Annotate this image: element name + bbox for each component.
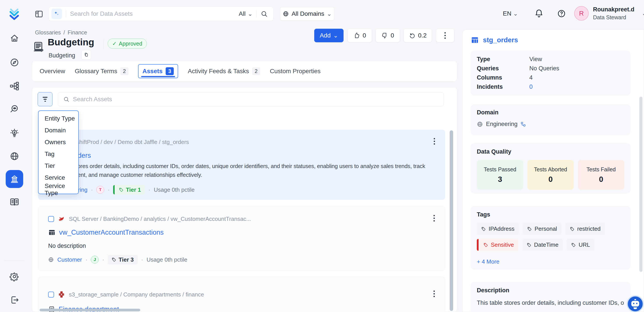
tag-personal[interactable]: Personal <box>523 223 562 235</box>
asset-kebab-menu[interactable] <box>432 214 436 223</box>
add-button[interactable]: Add ⌄ <box>314 29 344 42</box>
assets-scrollbar-vertical[interactable] <box>450 130 453 311</box>
asset-checkbox[interactable] <box>48 216 54 222</box>
tab-activity-feeds[interactable]: Activity Feeds & Tasks 2 <box>188 67 260 75</box>
notifications-bell-icon[interactable] <box>534 9 544 18</box>
ai-sparkles-icon[interactable] <box>52 9 62 19</box>
asset-name-link[interactable]: vw_CustomerAccountTransactions <box>59 229 164 236</box>
domain-value-link[interactable]: Engineering <box>486 121 518 127</box>
help-icon[interactable] <box>557 9 566 18</box>
asset-description: This table stores order details, includi… <box>48 162 435 180</box>
global-search-input[interactable] <box>70 10 235 17</box>
menu-item-owners[interactable]: Owners <box>38 136 78 148</box>
tier-badge[interactable]: Tier 1 <box>113 185 145 195</box>
incidents-link[interactable]: 0 <box>529 83 532 90</box>
sidebar-toggle-icon[interactable] <box>34 10 43 19</box>
menu-item-tier[interactable]: Tier <box>38 160 78 172</box>
status-badge[interactable]: ✓ Approved <box>108 39 147 49</box>
home-icon[interactable] <box>10 34 19 43</box>
assets-scrollbar-horizontal[interactable] <box>40 309 140 311</box>
tags-more-link[interactable]: + 4 More <box>477 258 624 265</box>
tab-assets-active[interactable]: Assets 3 <box>138 64 178 78</box>
docs-book-icon[interactable] <box>10 197 19 207</box>
data-quality-heading: Data Quality <box>477 148 624 155</box>
asset-card-vw-customer[interactable]: SQL Server / BankingDemo / analytics / v… <box>38 206 445 271</box>
discovery-icon[interactable] <box>10 104 19 114</box>
page-kebab-menu[interactable] <box>436 29 454 42</box>
domains-globe-icon[interactable] <box>10 151 19 161</box>
chevron-down-icon: ⌄ <box>327 11 332 17</box>
copy-icon <box>84 52 89 57</box>
asset-kebab-menu[interactable] <box>432 137 436 146</box>
search-icon[interactable] <box>260 10 268 17</box>
lineage-icon[interactable] <box>10 81 19 91</box>
owner-avatar[interactable]: T <box>96 186 104 194</box>
logout-icon[interactable] <box>10 295 19 305</box>
user-name: Rounakpreet.d <box>593 6 634 13</box>
owner-avatar[interactable]: J <box>91 256 99 264</box>
user-menu[interactable]: R Rounakpreet.d Data Steward ⌄ <box>574 6 644 21</box>
asset-card-finance-department[interactable]: s3_storage_sample / Company departments … <box>38 277 445 312</box>
sidebar-item-governance-active[interactable] <box>6 170 23 188</box>
info-value: View <box>529 56 542 63</box>
menu-item-domain[interactable]: Domain <box>38 124 78 136</box>
tab-overview[interactable]: Overview <box>40 68 65 75</box>
info-label: Type <box>477 56 529 63</box>
insights-icon[interactable] <box>10 128 19 138</box>
tier-badge[interactable]: Tier 3 <box>108 255 138 264</box>
tag-datetime[interactable]: DateTime <box>522 239 563 251</box>
downvote-count: 0 <box>390 32 394 39</box>
tag-restricted[interactable]: restricted <box>566 223 605 235</box>
assets-search-bar[interactable] <box>58 92 444 106</box>
global-search-bar[interactable]: All ⌄ <box>48 7 274 21</box>
search-scope-dropdown[interactable]: All ⌄ <box>239 10 252 17</box>
panel-scrollbar[interactable] <box>640 97 642 272</box>
menu-item-entity-type[interactable]: Entity Type <box>38 113 78 124</box>
tag-url[interactable]: URL <box>567 239 594 251</box>
tag-icon <box>527 243 532 247</box>
downvote-button[interactable]: 0 <box>376 29 400 42</box>
filter-button[interactable] <box>38 92 52 106</box>
thumbs-up-icon <box>354 32 360 39</box>
globe-icon <box>283 11 289 17</box>
chevron-down-icon: ⌄ <box>513 11 518 17</box>
tag-sensitive[interactable]: Sensitive <box>477 239 518 251</box>
menu-item-service[interactable]: Service <box>38 172 78 184</box>
score-button[interactable]: 0.2 <box>404 29 432 42</box>
tag-icon <box>527 227 532 231</box>
asset-kebab-menu[interactable] <box>432 289 436 298</box>
tag-ipaddress[interactable]: IPAddress <box>477 223 519 235</box>
asset-checkbox[interactable] <box>48 292 54 297</box>
menu-item-service-type[interactable]: Service Type <box>38 184 78 195</box>
tier-label: Tier 1 <box>126 187 141 193</box>
hierarchy-icon[interactable] <box>520 122 526 127</box>
language-selector[interactable]: EN ⌄ <box>503 10 518 17</box>
menu-item-tag[interactable]: Tag <box>38 148 78 160</box>
asset-card-stg-orders[interactable]: redshiftProd / dev / Demo dbt Jaffle / s… <box>38 130 445 200</box>
assets-search-input[interactable] <box>73 96 438 103</box>
settings-gear-icon[interactable] <box>10 272 19 281</box>
copy-name-button[interactable] <box>82 50 91 60</box>
info-label: Incidents <box>477 83 529 90</box>
all-domains-selector[interactable]: All Domains ⌄ <box>280 7 334 21</box>
info-label: Columns <box>477 74 529 81</box>
breadcrumb-glossaries[interactable]: Glossaries <box>35 29 61 36</box>
tab-custom-properties[interactable]: Custom Properties <box>270 68 320 75</box>
status-label: Approved <box>119 41 142 47</box>
asset-path: SQL Server / BankingDemo / analytics / v… <box>69 216 251 222</box>
add-label: Add <box>320 32 331 39</box>
asset-domain-link[interactable]: Customer <box>57 256 82 263</box>
chatbot-button[interactable] <box>627 295 644 312</box>
active-tab-underline <box>141 76 175 77</box>
usage-stat: Usage 0th pctile <box>154 187 194 193</box>
upvote-button[interactable]: 0 <box>348 29 372 42</box>
explore-compass-icon[interactable] <box>10 58 19 67</box>
tab-label: Assets <box>142 68 162 75</box>
tab-glossary-terms[interactable]: Glossary Terms 2 <box>75 67 128 75</box>
avatar-initial: R <box>579 10 584 17</box>
filter-dropdown-menu: Entity Type Domain Owners Tag Tier Servi… <box>38 110 79 194</box>
bank-icon <box>10 174 19 184</box>
breadcrumb-finance[interactable]: Finance <box>68 29 87 36</box>
panel-asset-title[interactable]: stg_orders <box>483 36 518 44</box>
domain-heading: Domain <box>477 109 624 116</box>
